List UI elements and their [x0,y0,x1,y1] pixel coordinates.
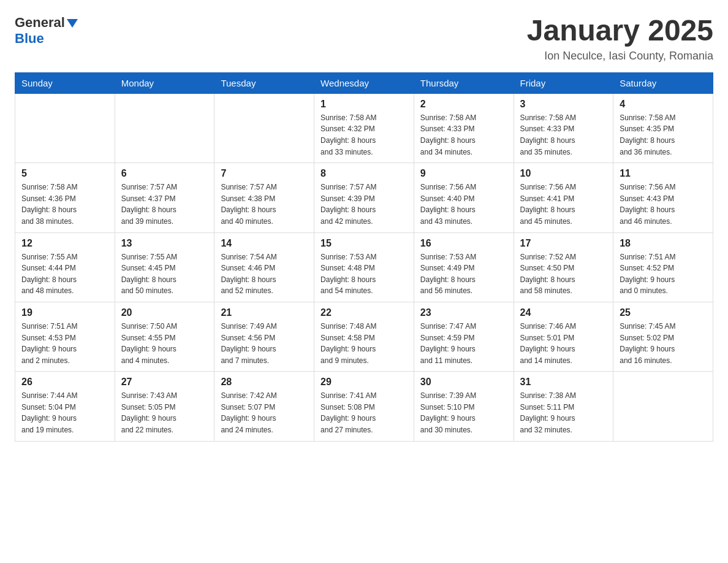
calendar-cell [115,93,214,163]
calendar-week-row: 1Sunrise: 7:58 AM Sunset: 4:32 PM Daylig… [15,93,713,163]
day-info: Sunrise: 7:50 AM Sunset: 4:55 PM Dayligh… [121,321,208,366]
day-info: Sunrise: 7:51 AM Sunset: 4:53 PM Dayligh… [21,321,108,366]
calendar-week-row: 12Sunrise: 7:55 AM Sunset: 4:44 PM Dayli… [15,232,713,302]
day-info: Sunrise: 7:55 AM Sunset: 4:44 PM Dayligh… [21,251,108,297]
day-number: 10 [520,168,607,179]
day-number: 15 [320,238,408,249]
calendar-week-row: 26Sunrise: 7:44 AM Sunset: 5:04 PM Dayli… [15,372,713,441]
day-info: Sunrise: 7:39 AM Sunset: 5:10 PM Dayligh… [420,390,507,435]
day-info: Sunrise: 7:57 AM Sunset: 4:37 PM Dayligh… [121,182,208,227]
day-info: Sunrise: 7:53 AM Sunset: 4:48 PM Dayligh… [320,251,408,297]
day-number: 25 [620,307,707,318]
day-info: Sunrise: 7:54 AM Sunset: 4:46 PM Dayligh… [221,251,308,297]
calendar-cell: 10Sunrise: 7:56 AM Sunset: 4:41 PM Dayli… [514,163,613,232]
calendar-cell: 22Sunrise: 7:48 AM Sunset: 4:58 PM Dayli… [314,302,414,371]
day-info: Sunrise: 7:52 AM Sunset: 4:50 PM Dayligh… [520,251,607,297]
day-number: 16 [420,238,507,249]
day-number: 28 [221,377,308,388]
day-number: 12 [21,238,108,249]
calendar-cell: 14Sunrise: 7:54 AM Sunset: 4:46 PM Dayli… [214,232,314,302]
day-info: Sunrise: 7:56 AM Sunset: 4:41 PM Dayligh… [520,182,607,227]
day-number: 11 [620,168,707,179]
calendar-cell: 23Sunrise: 7:47 AM Sunset: 4:59 PM Dayli… [414,302,514,371]
day-number: 6 [121,168,208,179]
column-header-saturday: Saturday [613,72,713,93]
logo-general-text: General [15,15,65,31]
calendar-cell: 8Sunrise: 7:57 AM Sunset: 4:39 PM Daylig… [314,163,414,232]
day-number: 30 [420,377,507,388]
day-number: 23 [420,307,507,318]
calendar-cell [613,372,713,441]
day-number: 17 [520,238,607,249]
day-info: Sunrise: 7:58 AM Sunset: 4:36 PM Dayligh… [21,182,108,227]
day-info: Sunrise: 7:57 AM Sunset: 4:39 PM Dayligh… [320,182,408,227]
calendar-cell [214,93,314,163]
day-info: Sunrise: 7:44 AM Sunset: 5:04 PM Dayligh… [21,390,108,435]
calendar-subtitle: Ion Neculce, Iasi County, Romania [527,50,713,63]
day-info: Sunrise: 7:57 AM Sunset: 4:38 PM Dayligh… [221,182,308,227]
calendar-cell: 25Sunrise: 7:45 AM Sunset: 5:02 PM Dayli… [613,302,713,371]
day-number: 3 [520,99,607,110]
calendar-cell: 26Sunrise: 7:44 AM Sunset: 5:04 PM Dayli… [15,372,115,441]
calendar-cell: 4Sunrise: 7:58 AM Sunset: 4:35 PM Daylig… [613,93,713,163]
calendar-cell: 30Sunrise: 7:39 AM Sunset: 5:10 PM Dayli… [414,372,514,441]
calendar-cell: 15Sunrise: 7:53 AM Sunset: 4:48 PM Dayli… [314,232,414,302]
day-info: Sunrise: 7:47 AM Sunset: 4:59 PM Dayligh… [420,321,507,366]
day-info: Sunrise: 7:48 AM Sunset: 4:58 PM Dayligh… [320,321,408,366]
column-header-sunday: Sunday [15,72,115,93]
calendar-cell: 12Sunrise: 7:55 AM Sunset: 4:44 PM Dayli… [15,232,115,302]
day-number: 20 [121,307,208,318]
calendar-cell: 16Sunrise: 7:53 AM Sunset: 4:49 PM Dayli… [414,232,514,302]
calendar-cell [15,93,115,163]
day-number: 13 [121,238,208,249]
calendar-cell: 6Sunrise: 7:57 AM Sunset: 4:37 PM Daylig… [115,163,214,232]
calendar-cell: 3Sunrise: 7:58 AM Sunset: 4:33 PM Daylig… [514,93,613,163]
day-info: Sunrise: 7:58 AM Sunset: 4:33 PM Dayligh… [520,112,607,158]
column-header-tuesday: Tuesday [214,72,314,93]
day-info: Sunrise: 7:38 AM Sunset: 5:11 PM Dayligh… [520,390,607,435]
calendar-cell: 1Sunrise: 7:58 AM Sunset: 4:32 PM Daylig… [314,93,414,163]
day-number: 2 [420,99,507,110]
day-number: 19 [21,307,108,318]
page-header: General Blue January 2025 Ion Neculce, I… [15,15,713,63]
calendar-header-row: SundayMondayTuesdayWednesdayThursdayFrid… [15,72,713,93]
calendar-cell: 31Sunrise: 7:38 AM Sunset: 5:11 PM Dayli… [514,372,613,441]
calendar-cell: 18Sunrise: 7:51 AM Sunset: 4:52 PM Dayli… [613,232,713,302]
day-number: 4 [620,99,707,110]
day-number: 31 [520,377,607,388]
day-number: 14 [221,238,308,249]
calendar-cell: 5Sunrise: 7:58 AM Sunset: 4:36 PM Daylig… [15,163,115,232]
calendar-cell: 20Sunrise: 7:50 AM Sunset: 4:55 PM Dayli… [115,302,214,371]
day-number: 22 [320,307,408,318]
column-header-thursday: Thursday [414,72,514,93]
day-info: Sunrise: 7:46 AM Sunset: 5:01 PM Dayligh… [520,321,607,366]
calendar-cell: 7Sunrise: 7:57 AM Sunset: 4:38 PM Daylig… [214,163,314,232]
day-number: 1 [320,99,408,110]
column-header-friday: Friday [514,72,613,93]
calendar-table: SundayMondayTuesdayWednesdayThursdayFrid… [15,72,713,442]
calendar-cell: 17Sunrise: 7:52 AM Sunset: 4:50 PM Dayli… [514,232,613,302]
calendar-cell: 13Sunrise: 7:55 AM Sunset: 4:45 PM Dayli… [115,232,214,302]
day-number: 18 [620,238,707,249]
calendar-cell: 27Sunrise: 7:43 AM Sunset: 5:05 PM Dayli… [115,372,214,441]
logo: General Blue [15,15,78,47]
column-header-wednesday: Wednesday [314,72,414,93]
calendar-title: January 2025 [527,15,713,47]
day-number: 7 [221,168,308,179]
calendar-cell: 2Sunrise: 7:58 AM Sunset: 4:33 PM Daylig… [414,93,514,163]
day-info: Sunrise: 7:49 AM Sunset: 4:56 PM Dayligh… [221,321,308,366]
calendar-week-row: 19Sunrise: 7:51 AM Sunset: 4:53 PM Dayli… [15,302,713,371]
day-number: 9 [420,168,507,179]
calendar-cell: 28Sunrise: 7:42 AM Sunset: 5:07 PM Dayli… [214,372,314,441]
day-info: Sunrise: 7:58 AM Sunset: 4:32 PM Dayligh… [320,112,408,158]
title-area: January 2025 Ion Neculce, Iasi County, R… [527,15,713,63]
day-info: Sunrise: 7:56 AM Sunset: 4:43 PM Dayligh… [620,182,707,227]
day-info: Sunrise: 7:42 AM Sunset: 5:07 PM Dayligh… [221,390,308,435]
day-info: Sunrise: 7:58 AM Sunset: 4:33 PM Dayligh… [420,112,507,158]
day-number: 8 [320,168,408,179]
day-info: Sunrise: 7:55 AM Sunset: 4:45 PM Dayligh… [121,251,208,297]
day-info: Sunrise: 7:53 AM Sunset: 4:49 PM Dayligh… [420,251,507,297]
day-number: 24 [520,307,607,318]
column-header-monday: Monday [115,72,214,93]
calendar-cell: 9Sunrise: 7:56 AM Sunset: 4:40 PM Daylig… [414,163,514,232]
